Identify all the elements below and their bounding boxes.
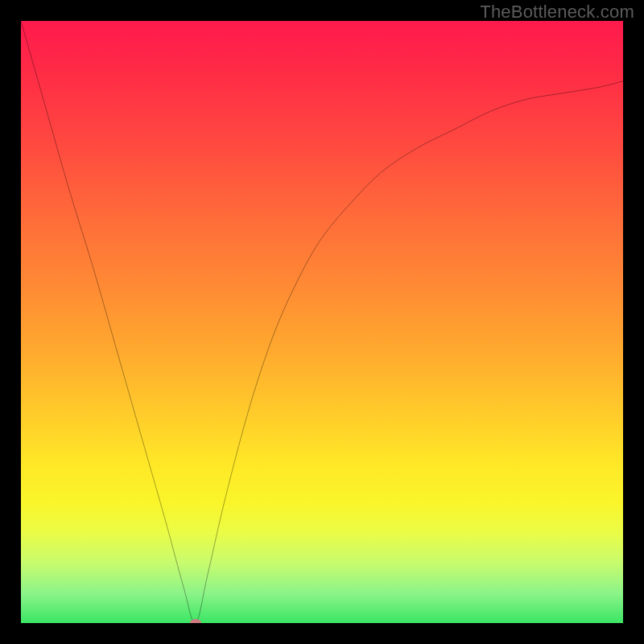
chart-frame: TheBottleneck.com [0, 0, 644, 644]
curve-path [21, 21, 623, 623]
mismatch-curve [21, 21, 623, 623]
min-marker [190, 619, 201, 623]
watermark-text: TheBottleneck.com [480, 2, 634, 23]
plot-area [21, 21, 623, 623]
